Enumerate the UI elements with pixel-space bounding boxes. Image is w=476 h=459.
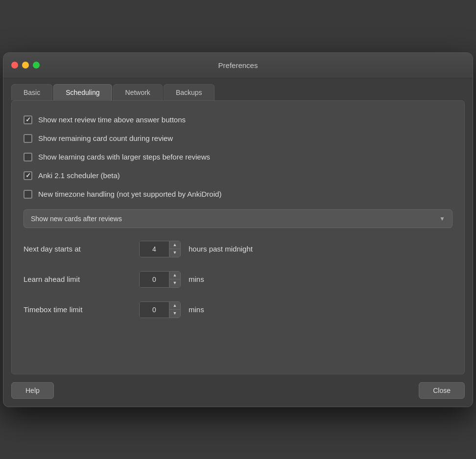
tab-bar: Basic Scheduling Network Backups (3, 78, 473, 100)
next-day-increment[interactable]: ▲ (169, 241, 180, 249)
minimize-window-button[interactable] (22, 62, 29, 69)
timebox-row: Timebox time limit 0 ▲ ▼ mins (24, 295, 452, 325)
checkbox-row-anki-scheduler: ✓ Anki 2.1 scheduler (beta) (24, 166, 452, 185)
next-day-row: Next day starts at 4 ▲ ▼ hours past midn… (24, 234, 452, 264)
learn-ahead-decrement[interactable]: ▼ (169, 279, 180, 287)
learn-ahead-input[interactable]: 0 (140, 272, 169, 287)
next-day-input[interactable]: 4 (140, 241, 169, 257)
learn-ahead-label: Learn ahead limit (24, 275, 131, 283)
tab-basic[interactable]: Basic (11, 84, 52, 100)
learn-ahead-buttons: ▲ ▼ (169, 272, 180, 287)
learn-ahead-unit: mins (189, 275, 204, 283)
new-cards-dropdown[interactable]: Show new cards after reviews ▼ (24, 209, 452, 228)
new-cards-dropdown-row: Show new cards after reviews ▼ (24, 209, 452, 228)
checkbox-row-show-remaining: Show remaining card count during review (24, 129, 452, 148)
preferences-window: Preferences Basic Scheduling Network Bac… (3, 52, 473, 407)
chevron-down-icon: ▼ (439, 215, 445, 222)
next-day-buttons: ▲ ▼ (169, 241, 180, 257)
timebox-unit: mins (189, 305, 204, 314)
timebox-input[interactable]: 0 (140, 302, 169, 318)
tab-backups[interactable]: Backups (164, 84, 214, 100)
titlebar: Preferences (3, 53, 473, 78)
checkbox-label-new-timezone: New timezone handling (not yet supported… (38, 190, 221, 198)
checkbox-label-anki-scheduler: Anki 2.1 scheduler (beta) (38, 171, 120, 180)
tab-content: ✓ Show next review time above answer but… (11, 100, 465, 374)
checkbox-show-learning[interactable] (24, 153, 32, 161)
close-button[interactable]: Close (419, 382, 465, 399)
checkbox-label-show-remaining: Show remaining card count during review (38, 134, 173, 142)
checkmark-anki-scheduler: ✓ (25, 172, 31, 179)
learn-ahead-increment[interactable]: ▲ (169, 272, 180, 279)
dropdown-value: Show new cards after reviews (31, 215, 122, 223)
timebox-spinner: 0 ▲ ▼ (139, 301, 181, 318)
timebox-decrement[interactable]: ▼ (169, 310, 180, 318)
checkbox-label-show-learning: Show learning cards with larger steps be… (38, 153, 210, 161)
learn-ahead-spinner: 0 ▲ ▼ (139, 271, 181, 288)
next-day-unit: hours past midnight (189, 245, 253, 253)
window-title: Preferences (218, 61, 258, 69)
checkbox-new-timezone[interactable] (24, 190, 32, 199)
checkbox-label-show-next-review: Show next review time above answer butto… (38, 115, 186, 124)
timebox-label: Timebox time limit (24, 305, 131, 314)
checkbox-row-show-next-review: ✓ Show next review time above answer but… (24, 111, 452, 129)
maximize-window-button[interactable] (33, 62, 40, 69)
checkbox-row-new-timezone: New timezone handling (not yet supported… (24, 185, 452, 204)
help-button[interactable]: Help (11, 382, 54, 399)
checkbox-row-show-learning: Show learning cards with larger steps be… (24, 148, 452, 166)
checkbox-anki-scheduler[interactable]: ✓ (24, 171, 32, 180)
next-day-decrement[interactable]: ▼ (169, 249, 180, 257)
close-window-button[interactable] (11, 62, 18, 69)
next-day-spinner: 4 ▲ ▼ (139, 241, 181, 257)
timebox-buttons: ▲ ▼ (169, 302, 180, 318)
tab-network[interactable]: Network (113, 84, 163, 100)
footer: Help Close (3, 374, 473, 407)
content-spacer (24, 325, 452, 364)
checkbox-show-remaining[interactable] (24, 134, 32, 143)
learn-ahead-row: Learn ahead limit 0 ▲ ▼ mins (24, 264, 452, 295)
window-controls (11, 62, 40, 69)
timebox-increment[interactable]: ▲ (169, 302, 180, 310)
checkbox-show-next-review[interactable]: ✓ (24, 115, 32, 124)
next-day-label: Next day starts at (24, 245, 131, 253)
checkmark-show-next-review: ✓ (25, 116, 31, 123)
tab-scheduling[interactable]: Scheduling (53, 84, 112, 100)
